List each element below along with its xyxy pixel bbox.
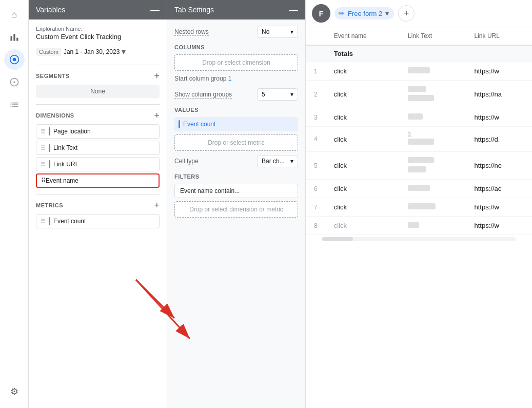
blurred-value <box>408 113 423 120</box>
edit-icon: ✏ <box>339 9 345 17</box>
link-text-cell <box>400 62 466 81</box>
svg-rect-2 <box>16 38 18 41</box>
link-text-cell <box>400 180 466 198</box>
drag-icon: ⠿ <box>41 144 46 152</box>
dimension-page-location[interactable]: ⠿ Page location <box>36 124 160 139</box>
blurred-value <box>408 222 419 228</box>
dimension-label: Event name <box>46 177 78 184</box>
col-header-link-text[interactable]: Link Text <box>400 27 466 45</box>
values-drop-zone[interactable]: Drop or select metric <box>174 134 298 151</box>
blurred-value <box>408 166 426 172</box>
link-url-cell[interactable]: https://w <box>466 62 532 81</box>
settings-icon[interactable]: ⚙ <box>4 383 25 404</box>
link-url-cell[interactable]: https://w <box>466 198 532 217</box>
link-text-cell <box>400 152 466 180</box>
main-header: F ✏ Free form 2 ▾ + <box>306 0 532 27</box>
tab-label: Free form 2 <box>348 10 382 17</box>
dimension-event-name[interactable]: ⠿ Event name <box>36 173 160 188</box>
tab-settings-panel-header: Tab Settings — <box>167 0 305 20</box>
list-icon[interactable] <box>4 94 25 115</box>
event-name-cell: click <box>326 62 400 81</box>
segments-add-btn[interactable]: + <box>154 71 160 81</box>
link-url-cell[interactable]: https://ne <box>466 152 532 180</box>
data-table: Event name Link Text Link URL Totals 1 c… <box>306 27 532 235</box>
tab-settings-collapse-btn[interactable]: — <box>289 5 298 14</box>
exploration-name-value: Custom Event Click Tracking <box>36 33 160 41</box>
event-name-cell: click <box>326 198 400 217</box>
cell-type-select[interactable]: Bar ch... ▾ <box>257 155 298 167</box>
column-group-row: Start column group 1 <box>174 75 298 82</box>
home-icon[interactable]: ⌂ <box>4 4 25 25</box>
tab-arrow-icon: ▾ <box>385 9 389 17</box>
table-row: 8 click https://w <box>306 217 532 235</box>
values-event-count[interactable]: Event count <box>174 117 298 131</box>
date-range-row[interactable]: Custom Jan 1 - Jan 30, 2023 ▾ <box>36 47 160 56</box>
row-num: 3 <box>306 108 326 127</box>
link-url-cell[interactable]: https://ac <box>466 180 532 198</box>
table-scrollbar[interactable] <box>322 237 516 241</box>
nested-rows-row: Nested rows No ▾ <box>174 26 298 38</box>
date-range-badge: Custom <box>36 48 62 56</box>
filters-drop-zone[interactable]: Drop or select dimension or metric <box>174 201 298 218</box>
table-row: 6 click https://ac <box>306 180 532 198</box>
explore-icon[interactable] <box>4 49 25 70</box>
col-header-num <box>306 27 326 45</box>
variables-collapse-btn[interactable]: — <box>150 5 160 14</box>
drag-icon: ⠿ <box>41 128 46 135</box>
show-column-groups-row: Show column groups 5 ▾ <box>174 88 298 101</box>
show-column-groups-label: Show column groups <box>174 91 232 99</box>
link-url-cell[interactable]: https://na <box>466 81 532 108</box>
event-name-cell: click <box>326 127 400 152</box>
dimension-link-text[interactable]: ⠿ Link Text <box>36 141 160 155</box>
green-bar-icon <box>49 127 50 135</box>
link-url-cell[interactable]: https://w <box>466 108 532 127</box>
svg-rect-0 <box>10 36 12 41</box>
cell-type-label: Cell type <box>174 158 199 165</box>
metrics-section-header: METRICS + <box>36 201 160 210</box>
event-name-cell: click <box>326 152 400 180</box>
blurred-value <box>408 203 436 209</box>
dimension-label: Page location <box>53 128 91 135</box>
table-row: 5 click https://ne <box>306 152 532 180</box>
row-num: 1 <box>306 62 326 81</box>
green-bar-icon <box>49 160 50 168</box>
cell-type-value: Bar ch... <box>262 158 285 165</box>
metrics-add-btn[interactable]: + <box>154 201 160 210</box>
row-num: 7 <box>306 198 326 217</box>
segments-title: SEGMENTS <box>36 73 70 79</box>
row-num: 4 <box>306 127 326 152</box>
columns-drop-zone[interactable]: Drop or select dimension <box>174 54 298 71</box>
nested-rows-select[interactable]: No ▾ <box>257 26 298 38</box>
dimensions-section-header: DIMENSIONS + <box>36 111 160 120</box>
metric-event-count[interactable]: ⠿ Event count <box>36 214 160 228</box>
drag-icon: ⠿ <box>41 161 46 168</box>
free-form-tab[interactable]: ✏ Free form 2 ▾ <box>334 7 394 20</box>
link-url-cell[interactable]: https://w <box>466 217 532 235</box>
row-num: 2 <box>306 81 326 108</box>
date-range-arrow-icon[interactable]: ▾ <box>122 47 126 56</box>
row-num: 5 <box>306 152 326 180</box>
segment-none: None <box>36 85 160 98</box>
chart-icon[interactable] <box>4 27 25 47</box>
filters-section-label: FILTERS <box>174 173 298 180</box>
table-row: 2 click https://na <box>306 81 532 108</box>
dimensions-add-btn[interactable]: + <box>154 111 160 120</box>
variables-title: Variables <box>36 6 65 14</box>
link-url-cell[interactable]: https://d. <box>466 127 532 152</box>
nested-rows-arrow-icon: ▾ <box>290 28 293 35</box>
ga-icon[interactable] <box>4 72 25 92</box>
blue-bar-icon <box>49 217 50 225</box>
col-header-link-url[interactable]: Link URL <box>466 27 532 45</box>
event-name-cell: click <box>326 180 400 198</box>
values-section-label: VALUES <box>174 107 298 113</box>
table-row: 1 click https://w <box>306 62 532 81</box>
show-column-groups-select[interactable]: 5 ▾ <box>257 88 298 101</box>
link-text-cell <box>400 108 466 127</box>
col-header-event-name[interactable]: Event name <box>326 27 400 45</box>
blurred-value <box>408 157 434 163</box>
dimension-link-url[interactable]: ⠿ Link URL <box>36 157 160 171</box>
add-tab-btn[interactable]: + <box>398 5 415 22</box>
blurred-value <box>408 86 426 92</box>
tab-settings-title: Tab Settings <box>174 6 214 14</box>
filter-event-name[interactable]: Event name contain... <box>174 184 298 198</box>
